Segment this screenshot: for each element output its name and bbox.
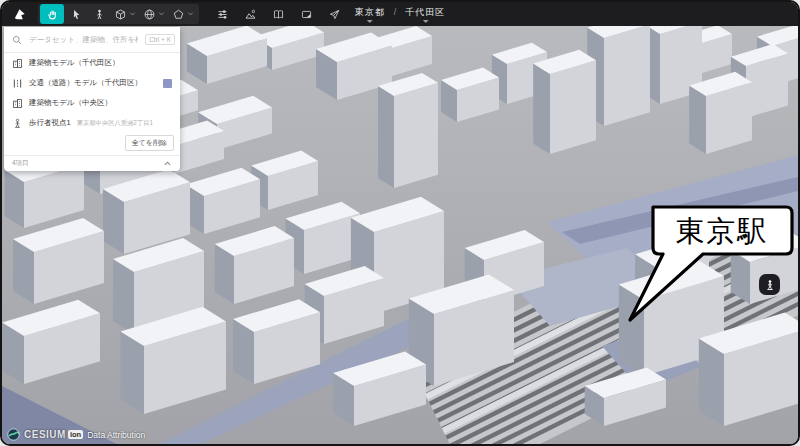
chevron-down-icon — [187, 11, 194, 17]
panel-footer: 4項目 — [4, 155, 180, 171]
top-toolbar: 東京都 / 千代田区 — [2, 2, 798, 26]
story-button[interactable] — [267, 5, 289, 23]
chevron-down-icon — [158, 11, 165, 17]
cube-icon — [114, 8, 127, 21]
road-icon — [12, 78, 23, 89]
search-row: Ctrl + K — [4, 27, 180, 53]
hand-tool-button[interactable] — [40, 4, 64, 24]
delete-row: 全てを削除 — [4, 133, 180, 155]
select-tool-button[interactable] — [65, 5, 87, 23]
layers-panel: Ctrl + K 建築物モデル（千代田区） 交通（道路）モデル（千代田区） — [4, 27, 180, 171]
breadcrumb: 東京都 / 千代田区 — [355, 4, 446, 23]
layer-item-label: 建築物モデル（中央区） — [29, 98, 112, 108]
cesium-logo-icon[interactable] — [7, 428, 20, 441]
toolbar-right-group — [211, 5, 345, 23]
scene-settings-button[interactable] — [239, 5, 261, 23]
building-icon — [12, 58, 23, 69]
app-logo-icon[interactable] — [7, 4, 31, 24]
cesium-brand-label[interactable]: CESIUM — [24, 429, 66, 440]
layer-item-pedestrian-view[interactable]: 歩行者視点1 東京都中央区八重洲2丁目1 — [4, 113, 180, 133]
layer-settings-button[interactable] — [211, 5, 233, 23]
chevron-down-icon — [367, 20, 373, 23]
search-shortcut-badge: Ctrl + K — [145, 34, 175, 45]
remove-all-button[interactable]: 全てを削除 — [125, 135, 174, 151]
tool-group — [38, 4, 199, 24]
layer-color-swatch[interactable] — [163, 79, 172, 88]
layer-item-address: 東京都中央区八重洲2丁目1 — [77, 119, 153, 128]
pedestrian-view-button[interactable] — [88, 5, 110, 23]
pedestrian-marker[interactable] — [759, 274, 780, 295]
layer-item-label: 交通（道路）モデル（千代田区） — [29, 78, 142, 88]
breadcrumb-district-label: 千代田区 — [405, 4, 445, 18]
cursor-icon — [70, 8, 83, 21]
layer-item-label: 歩行者視点1 — [29, 118, 71, 128]
open-book-icon — [272, 8, 285, 21]
chevron-down-icon — [422, 20, 428, 23]
breadcrumb-region-label: 東京都 — [355, 4, 385, 18]
dataset-cube-button[interactable] — [111, 5, 139, 23]
breadcrumb-separator: / — [394, 4, 397, 17]
layer-item-building-chuo[interactable]: 建築物モデル（中央区） — [4, 93, 180, 113]
basemap-globe-button[interactable] — [140, 5, 168, 23]
layer-item-road-chiyoda[interactable]: 交通（道路）モデル（千代田区） — [4, 73, 180, 93]
data-attribution-link[interactable]: Data Attribution — [87, 430, 145, 440]
layer-item-building-chiyoda[interactable]: 建築物モデル（千代田区） — [4, 53, 180, 73]
cesium-ion-badge: ion — [68, 430, 83, 439]
sun-mountain-icon — [244, 8, 257, 21]
collapse-chevron-up-icon[interactable] — [163, 160, 172, 167]
share-button[interactable] — [323, 5, 345, 23]
pedestrian-icon — [12, 118, 23, 129]
search-input[interactable] — [27, 34, 140, 45]
sketch-tool-button[interactable] — [169, 5, 197, 23]
chevron-down-icon — [129, 11, 136, 17]
cesium-attribution: CESIUM ion Data Attribution — [7, 428, 145, 441]
app-window: 東京都 / 千代田区 Ctrl + K 建築物モ — [0, 0, 800, 446]
pedestrian-icon — [764, 279, 776, 291]
item-count-label: 4項目 — [12, 159, 29, 168]
layer-item-label: 建築物モデル（千代田区） — [29, 58, 120, 68]
paper-plane-icon — [328, 8, 341, 21]
clip-view-button[interactable] — [295, 5, 317, 23]
hand-icon — [46, 8, 59, 21]
pedestrian-icon — [93, 8, 106, 21]
sliders-icon — [216, 8, 229, 21]
card-icon — [300, 8, 313, 21]
breadcrumb-district[interactable]: 千代田区 — [405, 4, 445, 23]
breadcrumb-region[interactable]: 東京都 — [355, 4, 385, 23]
globe-icon — [143, 8, 156, 21]
building-icon — [12, 98, 23, 109]
search-icon — [12, 35, 22, 45]
sketch-shape-icon — [172, 8, 185, 21]
